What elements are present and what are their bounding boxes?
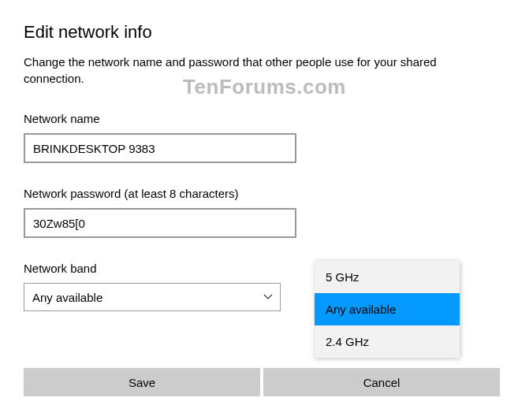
dialog-title: Edit network info: [24, 22, 505, 43]
network-password-label: Network password (at least 8 characters): [24, 187, 505, 200]
dropdown-option-any[interactable]: Any available: [315, 293, 460, 325]
network-password-input[interactable]: [24, 208, 296, 238]
network-name-label: Network name: [24, 112, 505, 125]
cancel-button[interactable]: Cancel: [263, 368, 500, 396]
dialog-subtitle: Change the network name and password tha…: [24, 54, 497, 87]
network-password-group: Network password (at least 8 characters): [24, 187, 505, 238]
network-name-group: Network name: [24, 112, 505, 163]
network-name-input[interactable]: [24, 133, 296, 163]
save-button[interactable]: Save: [24, 368, 260, 396]
network-band-dropdown: 5 GHz Any available 2.4 GHz: [315, 261, 460, 358]
network-band-value: Any available: [32, 291, 102, 304]
dropdown-option-24ghz[interactable]: 2.4 GHz: [315, 325, 460, 358]
network-band-select[interactable]: Any available: [24, 283, 281, 311]
button-row: Save Cancel: [24, 368, 500, 396]
dropdown-option-5ghz[interactable]: 5 GHz: [315, 261, 460, 293]
